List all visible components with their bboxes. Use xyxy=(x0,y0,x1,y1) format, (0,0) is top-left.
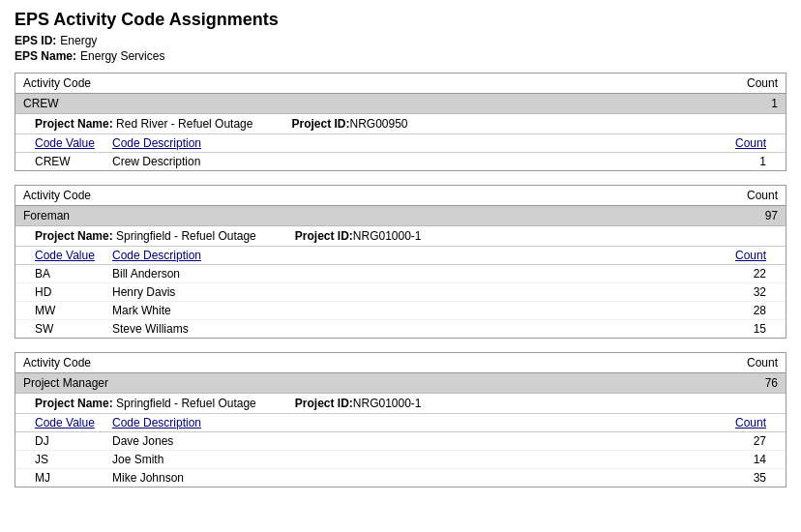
group-name: Project Manager xyxy=(23,376,108,390)
cell-code: JS xyxy=(35,453,112,466)
section-header: Activity Code Count xyxy=(15,74,786,94)
col-count-header: Count xyxy=(718,416,766,429)
project-name-label: Project Name: xyxy=(35,397,113,410)
project-id-label: Project ID: xyxy=(295,397,353,410)
project-name-value: Red River - Refuel Outage xyxy=(116,117,252,131)
cell-code: MW xyxy=(35,304,112,317)
count-label: Count xyxy=(747,189,778,202)
col-code-header: Code Value xyxy=(35,416,112,429)
project-name-value: Springfield - Refuel Outage xyxy=(116,229,256,243)
project-id-value: NRG01000-1 xyxy=(353,397,422,410)
group-row: Foreman 97 xyxy=(15,206,786,226)
table-row: HD Henry Davis 32 xyxy=(15,283,786,302)
project-row: Project Name: Springfield - Refuel Outag… xyxy=(15,226,786,247)
cell-code: HD xyxy=(35,285,112,299)
project-id-value: NRG00950 xyxy=(349,117,407,131)
cell-desc: Steve Williams xyxy=(112,322,718,336)
cell-count: 27 xyxy=(718,434,766,448)
eps-name-value: Energy Services xyxy=(80,49,164,63)
activity-code-label: Activity Code xyxy=(23,76,91,90)
column-headers: Code Value Code Description Count xyxy=(15,134,786,153)
cell-desc: Crew Description xyxy=(112,155,718,168)
table-row: MJ Mike Johnson 35 xyxy=(15,469,786,487)
table-row: MW Mark White 28 xyxy=(15,302,786,320)
cell-count: 1 xyxy=(718,155,766,168)
group-row: CREW 1 xyxy=(15,94,786,114)
project-row: Project Name: Red River - Refuel Outage … xyxy=(15,114,786,134)
cell-code: DJ xyxy=(35,434,112,448)
cell-desc: Dave Jones xyxy=(112,434,718,448)
project-id-value: NRG01000-1 xyxy=(353,229,422,243)
cell-count: 15 xyxy=(718,322,766,336)
cell-count: 22 xyxy=(718,267,766,281)
activity-code-label: Activity Code xyxy=(23,189,91,202)
col-desc-header: Code Description xyxy=(112,416,718,429)
section-header: Activity Code Count xyxy=(15,186,786,206)
col-count-header: Count xyxy=(718,136,766,150)
project-id-label: Project ID: xyxy=(295,229,353,243)
count-label: Count xyxy=(747,76,778,90)
cell-desc: Bill Anderson xyxy=(112,267,718,281)
project-name-label: Project Name: xyxy=(35,229,113,243)
table-row: JS Joe Smith 14 xyxy=(15,451,786,469)
table-row: CREW Crew Description 1 xyxy=(15,153,786,170)
column-headers: Code Value Code Description Count xyxy=(15,247,786,265)
group-count: 1 xyxy=(771,97,778,110)
table-row: DJ Dave Jones 27 xyxy=(15,432,786,451)
project-id-label: Project ID: xyxy=(291,117,349,131)
cell-code: CREW xyxy=(35,155,112,168)
cell-count: 35 xyxy=(718,471,766,485)
col-desc-header: Code Description xyxy=(112,136,718,150)
cell-code: BA xyxy=(35,267,112,281)
group-count: 97 xyxy=(765,209,778,222)
group-count: 76 xyxy=(765,376,778,390)
project-name-value: Springfield - Refuel Outage xyxy=(116,397,256,410)
cell-desc: Joe Smith xyxy=(112,453,718,466)
group-row: Project Manager 76 xyxy=(15,373,786,394)
cell-code: SW xyxy=(35,322,112,336)
column-headers: Code Value Code Description Count xyxy=(15,414,786,432)
section-header: Activity Code Count xyxy=(15,353,786,373)
cell-count: 28 xyxy=(718,304,766,317)
table-row: BA Bill Anderson 22 xyxy=(15,265,786,283)
project-name-label: Project Name: xyxy=(35,117,113,131)
cell-count: 32 xyxy=(718,285,766,299)
eps-name-label: EPS Name: xyxy=(15,49,76,63)
activity-code-label: Activity Code xyxy=(23,356,91,369)
col-code-header: Code Value xyxy=(35,136,112,150)
group-name: CREW xyxy=(23,97,59,110)
cell-desc: Mike Johnson xyxy=(112,471,718,485)
page-title: EPS Activity Code Assignments xyxy=(15,10,786,30)
group-name: Foreman xyxy=(23,209,70,222)
col-count-header: Count xyxy=(718,249,766,262)
section-1: Activity Code Count Foreman 97 Project N… xyxy=(15,185,786,339)
cell-code: MJ xyxy=(35,471,112,485)
table-row: SW Steve Williams 15 xyxy=(15,320,786,338)
col-desc-header: Code Description xyxy=(112,249,718,262)
eps-id-value: Energy xyxy=(60,34,97,47)
col-code-header: Code Value xyxy=(35,249,112,262)
project-row: Project Name: Springfield - Refuel Outag… xyxy=(15,394,786,414)
cell-desc: Mark White xyxy=(112,304,718,317)
cell-count: 14 xyxy=(718,453,766,466)
eps-id-label: EPS ID: xyxy=(15,34,56,47)
section-2: Activity Code Count Project Manager 76 P… xyxy=(15,352,786,488)
cell-desc: Henry Davis xyxy=(112,285,718,299)
count-label: Count xyxy=(747,356,778,369)
section-0: Activity Code Count CREW 1 Project Name:… xyxy=(15,73,786,171)
